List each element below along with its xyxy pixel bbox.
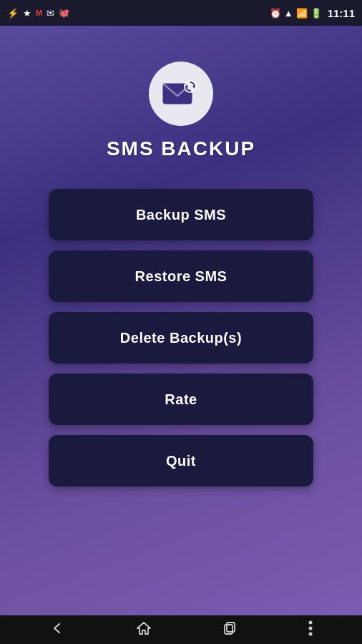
battery-icon: 🔋 <box>310 8 322 19</box>
app-title: SMS BACKUP <box>107 137 255 160</box>
mail-icon: ✉ <box>47 8 54 19</box>
nav-bar <box>0 615 362 644</box>
svg-point-7 <box>308 620 312 624</box>
status-bar-left: ⚡ ★ M ✉ 🐙 <box>7 8 69 19</box>
buttons-container: Backup SMS Restore SMS Delete Backup(s) … <box>49 189 313 487</box>
quit-button[interactable]: Quit <box>49 435 313 487</box>
svg-marker-4 <box>137 623 150 634</box>
main-content: SMS BACKUP Backup SMS Restore SMS Delete… <box>0 26 362 615</box>
svg-rect-6 <box>227 623 235 632</box>
restore-sms-button[interactable]: Restore SMS <box>49 250 313 302</box>
recents-icon[interactable] <box>222 620 238 640</box>
wifi-icon: ▲ <box>284 8 293 19</box>
status-bar: ⚡ ★ M ✉ 🐙 ⏰ ▲ 📶 🔋 11:11 <box>0 0 362 26</box>
app-logo <box>149 62 213 126</box>
envelope-icon <box>162 78 201 110</box>
home-icon[interactable] <box>136 620 152 640</box>
svg-rect-5 <box>225 625 233 634</box>
octocat-icon: 🐙 <box>59 8 69 18</box>
gmail-icon: M <box>36 9 42 17</box>
status-bar-right: ⏰ ▲ 📶 🔋 11:11 <box>270 7 355 19</box>
menu-icon[interactable] <box>308 620 313 640</box>
clock-icon: ⏰ <box>270 8 281 19</box>
status-time: 11:11 <box>328 7 355 19</box>
back-icon[interactable] <box>49 620 65 640</box>
signal-icon: 📶 <box>296 8 308 19</box>
usb-icon: ⚡ <box>7 8 19 19</box>
delete-backup-button[interactable]: Delete Backup(s) <box>49 312 313 364</box>
svg-point-8 <box>308 626 312 630</box>
backup-sms-button[interactable]: Backup SMS <box>49 189 313 240</box>
star-icon: ★ <box>23 8 31 19</box>
rate-button[interactable]: Rate <box>49 374 313 425</box>
svg-point-9 <box>308 632 312 635</box>
